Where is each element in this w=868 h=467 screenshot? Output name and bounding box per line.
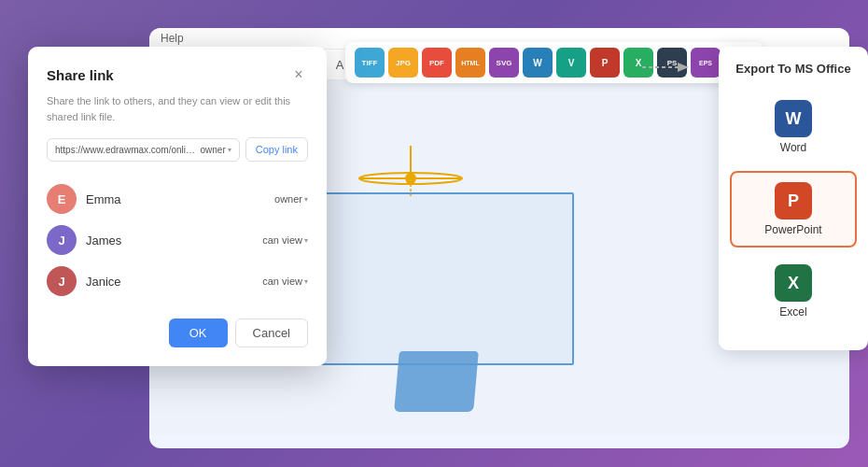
modal-overlay: Share link × Share the link to others, a…	[0, 0, 868, 467]
user-role-text-janice: can view	[262, 276, 302, 287]
avatar-janice: J	[47, 266, 77, 296]
user-role-text-emma: owner	[274, 193, 302, 205]
user-role-emma[interactable]: owner ▾	[274, 193, 308, 205]
user-name-janice: Janice	[86, 275, 253, 289]
role-chevron-janice: ▾	[304, 277, 308, 286]
link-input-field[interactable]: https://www.edrawmax.com/online/fil owne…	[47, 138, 240, 162]
share-link-modal: Share link × Share the link to others, a…	[28, 47, 327, 366]
ok-button[interactable]: OK	[169, 318, 228, 347]
link-url-text: https://www.edrawmax.com/online/fil	[55, 145, 197, 155]
modal-footer: OK Cancel	[47, 318, 308, 347]
modal-title: Share link	[47, 67, 114, 83]
modal-close-button[interactable]: ×	[289, 65, 308, 84]
link-row: https://www.edrawmax.com/online/fil owne…	[47, 137, 308, 162]
user-row-james: J James can view ▾	[47, 219, 308, 261]
modal-description: Share the link to others, and they can v…	[47, 93, 308, 124]
user-role-janice[interactable]: can view ▾	[262, 276, 308, 287]
role-chevron-james: ▾	[304, 236, 308, 245]
role-chevron-emma: ▾	[304, 195, 308, 204]
user-row-janice: J Janice can view ▾	[47, 261, 308, 302]
user-role-text-james: can view	[262, 234, 302, 246]
role-chevron-icon: ▾	[228, 146, 231, 154]
link-role-text: owner	[201, 145, 226, 155]
user-name-james: James	[86, 234, 253, 248]
user-role-james[interactable]: can view ▾	[262, 234, 308, 246]
user-row-emma: E Emma owner ▾	[47, 178, 308, 219]
modal-header: Share link ×	[47, 65, 308, 84]
copy-link-button[interactable]: Copy link	[245, 137, 308, 162]
user-name-emma: Emma	[86, 192, 265, 206]
link-role-selector[interactable]: owner ▾	[201, 145, 231, 155]
avatar-emma: E	[47, 184, 77, 214]
avatar-james: J	[47, 225, 77, 255]
cancel-button[interactable]: Cancel	[235, 318, 308, 347]
